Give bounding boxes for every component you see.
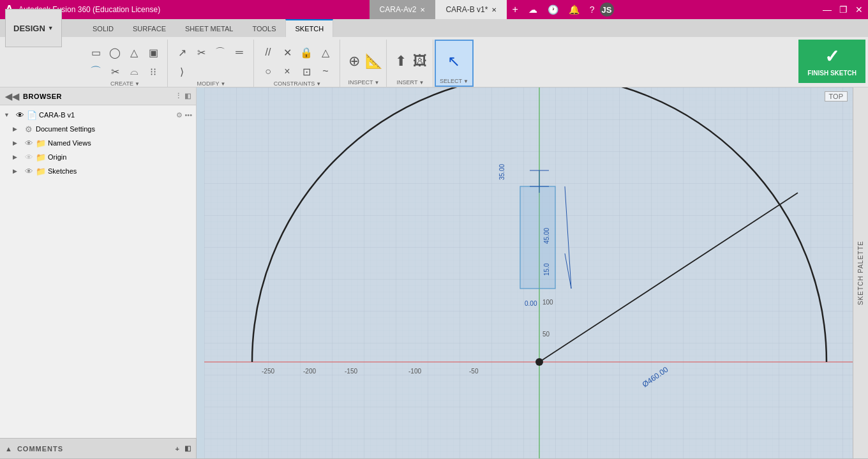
equal-tool[interactable]: ═ xyxy=(230,43,248,61)
browser-item-sketches[interactable]: ▶ 👁 📁 Sketches xyxy=(0,164,196,178)
create-label: CREATE ▼ xyxy=(110,80,140,88)
fillet-tool[interactable]: ↗ xyxy=(173,43,191,61)
tab-solid[interactable]: SOLID xyxy=(83,19,123,37)
grid-constraint[interactable]: ⊡ xyxy=(297,63,315,80)
parallel-constraint[interactable]: // xyxy=(259,43,277,61)
browser-item-doc-settings[interactable]: ▶ ⚙ Document Settings xyxy=(0,122,196,136)
doc-settings-label: Document Settings xyxy=(36,125,192,133)
root-visibility-icon[interactable]: 👁 xyxy=(15,110,25,120)
browser-expand-icon[interactable]: ◧ xyxy=(184,92,191,100)
trim-tool[interactable]: ✂ xyxy=(192,43,210,61)
svg-text:100: 100 xyxy=(542,299,553,306)
move-tool[interactable]: ⟩ xyxy=(173,63,191,80)
tangent-constraint[interactable]: △ xyxy=(317,43,334,61)
sketches-arrow[interactable]: ▶ xyxy=(13,168,22,174)
svg-text:-200: -200 xyxy=(303,368,316,375)
browser-item-origin[interactable]: ▶ 👁 📁 Origin xyxy=(0,150,196,164)
create-group: ▭ ◯ △ ▣ ⌒ ✂ ⌓ ⁝⁝ CREATE ▼ xyxy=(83,40,168,87)
named-views-folder-icon: 📁 xyxy=(36,138,46,148)
tab-sketch[interactable]: SKETCH xyxy=(285,19,333,37)
offset-tool[interactable]: ⌓ xyxy=(125,63,143,80)
triangle-tool[interactable]: △ xyxy=(125,43,143,61)
polygon-tool[interactable]: ▣ xyxy=(144,43,162,61)
root-settings-icon[interactable]: ⚙ xyxy=(176,111,183,119)
titlebar-controls: — ❐ ✕ xyxy=(823,4,863,15)
ribbon: DESIGN ▼ SOLID SURFACE SHEET METAL TOOLS… xyxy=(0,19,868,87)
tab-cara-bv1-close[interactable]: ✕ xyxy=(491,6,497,13)
svg-text:-250: -250 xyxy=(262,368,274,375)
constraints-group: // ✕ 🔒 △ ○ × ⊡ ~ CONSTRAINTS ▼ xyxy=(255,40,340,87)
maximize-button[interactable]: ❐ xyxy=(839,4,848,15)
tab-add-button[interactable]: + xyxy=(507,0,523,19)
named-views-visibility-icon[interactable]: 👁 xyxy=(24,138,34,148)
select-group: ↖ SELECT ▼ xyxy=(435,40,474,87)
comments-add-icon[interactable]: + xyxy=(176,445,179,453)
canvas-area[interactable]: Ø460.00 -250 -200 -150 -100 -50 100 50 3… xyxy=(197,87,868,458)
tab-cara-av2-close[interactable]: ✕ xyxy=(420,6,425,13)
lock-constraint[interactable]: 🔒 xyxy=(297,43,315,61)
select-tools: ↖ xyxy=(443,41,465,78)
circle-tool[interactable]: ◯ xyxy=(106,43,124,61)
svg-text:-150: -150 xyxy=(345,368,357,375)
dimension-tool[interactable]: 📐 xyxy=(364,52,382,70)
minimize-button[interactable]: — xyxy=(823,4,832,15)
sketch-svg: Ø460.00 -250 -200 -150 -100 -50 100 50 3… xyxy=(197,87,868,458)
browser-collapse-icon[interactable]: ◀◀ xyxy=(5,91,19,102)
pattern-tool[interactable]: ⁝⁝ xyxy=(144,63,162,80)
select-tool[interactable]: ↖ xyxy=(443,50,465,72)
comments-bar[interactable]: ▲ COMMENTS + ◧ xyxy=(0,438,197,458)
tab-help-icon[interactable]: ? xyxy=(585,0,600,19)
arc-tool[interactable]: ⌒ xyxy=(87,63,105,80)
tab-cara-bv1[interactable]: CARA-B v1* ✕ xyxy=(435,0,507,19)
tab-tools[interactable]: TOOLS xyxy=(243,19,285,37)
comments-more-icon[interactable]: ◧ xyxy=(184,444,191,453)
sketch-palette-panel[interactable]: SKETCH PALETTE xyxy=(853,87,868,458)
tab-cara-av2[interactable]: CARA-Av2 ✕ xyxy=(370,0,436,19)
tab-history-icon[interactable]: 🕐 xyxy=(542,0,564,19)
tab-cara-bv1-label: CARA-B v1* xyxy=(445,5,488,14)
origin-folder-icon: 📁 xyxy=(36,152,46,162)
perpendicular-constraint[interactable]: ✕ xyxy=(278,43,296,61)
tab-cara-av2-label: CARA-Av2 xyxy=(380,5,417,14)
modify-tools: ↗ ✂ ⌒ ═ ⟩ xyxy=(173,40,250,80)
origin-arrow[interactable]: ▶ xyxy=(13,154,22,160)
tab-sheet-metal[interactable]: SHEET METAL xyxy=(176,19,243,37)
browser-item-named-views[interactable]: ▶ 👁 📁 Named Views xyxy=(0,136,196,150)
finish-sketch-button[interactable]: ✓ FINISH SKETCH xyxy=(798,40,865,83)
svg-text:-50: -50 xyxy=(469,368,479,375)
browser-settings-icon[interactable]: ⋮ xyxy=(175,92,182,100)
origin-visibility-icon[interactable]: 👁 xyxy=(24,152,34,162)
modify-group: ↗ ✂ ⌒ ═ ⟩ MODIFY ▼ xyxy=(169,40,254,87)
extend-tool[interactable]: ⌒ xyxy=(211,43,229,61)
tab-surface[interactable]: SURFACE xyxy=(123,19,176,37)
browser-panel: ◀◀ BROWSER ⋮ ◧ ▼ 👁 📄 CARA-B v1 ⚙ ••• ▶ ⚙ xyxy=(0,87,197,458)
root-label: CARA-B v1 xyxy=(39,111,174,119)
wave-constraint[interactable]: ~ xyxy=(317,63,334,80)
origin-label: Origin xyxy=(48,153,192,161)
scissors-tool[interactable]: ✂ xyxy=(106,63,124,80)
browser-header: ◀◀ BROWSER ⋮ ◧ xyxy=(0,87,196,105)
root-more-icon[interactable]: ••• xyxy=(184,111,192,119)
ribbon-tabs: DESIGN ▼ SOLID SURFACE SHEET METAL TOOLS… xyxy=(0,19,868,37)
cross-constraint[interactable]: × xyxy=(278,63,296,80)
measure-tool[interactable]: ⊕ xyxy=(345,52,363,70)
root-expand-arrow[interactable]: ▼ xyxy=(4,112,13,118)
tab-notification-icon[interactable]: 🔔 xyxy=(564,0,585,19)
tab-user-avatar[interactable]: JS xyxy=(600,3,614,17)
svg-text:-100: -100 xyxy=(408,368,421,375)
rectangle-tool[interactable]: ▭ xyxy=(87,43,105,61)
circle-constraint[interactable]: ○ xyxy=(259,63,277,80)
close-button[interactable]: ✕ xyxy=(855,4,863,15)
main-area: ◀◀ BROWSER ⋮ ◧ ▼ 👁 📄 CARA-B v1 ⚙ ••• ▶ ⚙ xyxy=(0,87,868,458)
insert-dxf-tool[interactable]: ⬆ xyxy=(392,52,410,70)
doc-settings-arrow[interactable]: ▶ xyxy=(13,126,22,132)
comments-expand-icon[interactable]: ▲ xyxy=(5,445,12,453)
tab-cloud-icon[interactable]: ☁ xyxy=(523,0,542,19)
svg-text:35.00: 35.00 xyxy=(498,164,505,180)
named-views-arrow[interactable]: ▶ xyxy=(13,140,22,146)
browser-item-root[interactable]: ▼ 👁 📄 CARA-B v1 ⚙ ••• xyxy=(0,108,196,122)
insert-image-tool[interactable]: 🖼 xyxy=(411,52,429,70)
sketches-visibility-icon[interactable]: 👁 xyxy=(24,166,34,176)
finish-sketch-label: FINISH SKETCH xyxy=(807,70,857,77)
insert-group: ⬆ 🖼 INSERT ▼ xyxy=(388,40,433,87)
